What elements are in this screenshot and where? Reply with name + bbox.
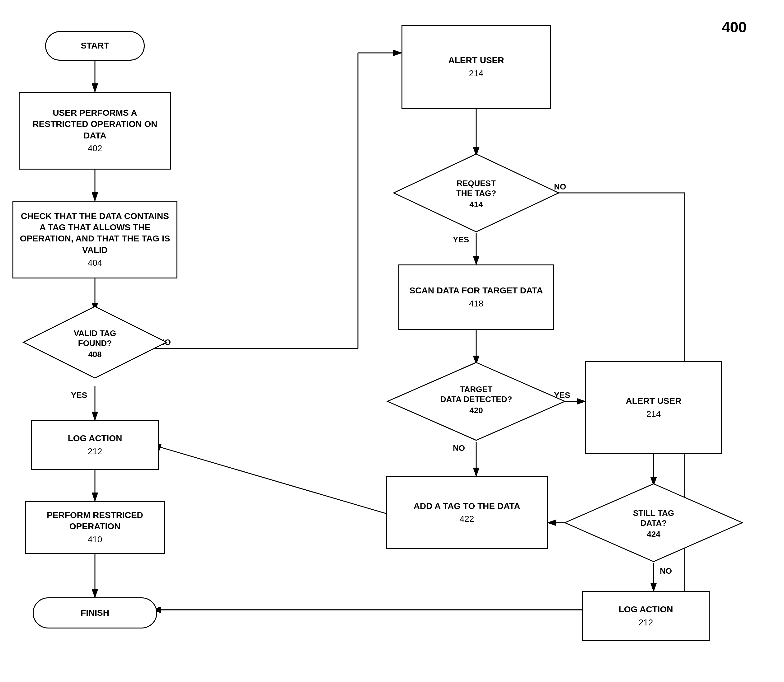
node-418: SCAN DATA FOR TARGET DATA 418 — [398, 265, 554, 330]
svg-text:TARGET: TARGET — [460, 384, 493, 394]
svg-text:STILL TAG: STILL TAG — [633, 508, 674, 518]
node-422: ADD A TAG TO THE DATA 422 — [386, 476, 548, 549]
diagram-number: 400 — [722, 19, 747, 36]
node-408: VALID TAG FOUND? 408 — [22, 305, 168, 379]
node-424: STILL TAG DATA? 424 — [563, 482, 744, 563]
svg-text:DATA?: DATA? — [640, 518, 667, 528]
svg-text:414: 414 — [469, 200, 483, 209]
svg-text:VALID TAG: VALID TAG — [74, 328, 116, 338]
label-yes1: YES — [71, 390, 87, 400]
label-no3: NO — [453, 443, 465, 453]
label-yes2: YES — [453, 235, 469, 245]
flowchart-diagram: 400 — [0, 0, 784, 682]
label-no4: NO — [660, 566, 672, 576]
node-410: PERFORM RESTRICED OPERATION 410 — [25, 501, 165, 554]
svg-text:408: 408 — [88, 350, 101, 359]
svg-text:420: 420 — [469, 406, 483, 415]
svg-text:FOUND?: FOUND? — [78, 338, 112, 348]
node-402: USER PERFORMS A RESTRICTED OPERATION ON … — [19, 92, 171, 170]
node-420: TARGET DATA DETECTED? 420 — [386, 361, 567, 442]
svg-text:424: 424 — [647, 529, 660, 539]
start-node: START — [45, 31, 145, 61]
node-414: REQUEST THE TAG? 414 — [392, 153, 560, 233]
node-404: CHECK THAT THE DATA CONTAINS A TAG THAT … — [13, 201, 177, 279]
svg-text:DATA DETECTED?: DATA DETECTED? — [441, 395, 512, 404]
node-212b: LOG ACTION 212 — [582, 591, 710, 641]
node-214a: ALERT USER 214 — [401, 25, 551, 109]
finish-node: FINISH — [33, 598, 157, 628]
svg-text:REQUEST: REQUEST — [457, 178, 496, 188]
node-214b: ALERT USER 214 — [585, 361, 722, 454]
node-212a: LOG ACTION 212 — [31, 420, 159, 470]
svg-line-20 — [153, 445, 401, 518]
svg-text:THE TAG?: THE TAG? — [456, 188, 496, 198]
